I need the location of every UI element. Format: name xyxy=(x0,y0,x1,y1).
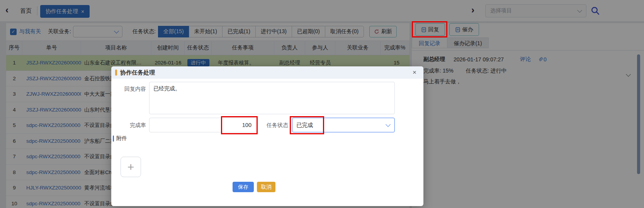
app-window: ‹ 首页 协作任务处理 × › 选择项目 ✓ 与我有关 关联业务: 任务状态: … xyxy=(0,0,644,208)
reply-content-label: 回复内容 xyxy=(115,86,146,93)
title-marker-icon xyxy=(115,69,117,76)
cancel-button[interactable]: 取消 xyxy=(257,182,275,192)
task-status-label: 任务状态 xyxy=(261,122,288,129)
completion-rate-label: 完成率 xyxy=(115,122,146,129)
attachment-section-label: 附件 xyxy=(113,135,127,142)
save-button[interactable]: 保存 xyxy=(233,182,254,192)
chevron-down-icon xyxy=(386,122,391,127)
task-process-dialog: 协作任务处理 × 回复内容 已经完成。 完成率 任务状态 已完成 附件 + 保存… xyxy=(111,66,423,206)
dialog-title: 协作任务处理 xyxy=(120,69,155,76)
section-marker-icon xyxy=(113,135,114,142)
add-attachment-button[interactable]: + xyxy=(121,157,141,177)
annotation-box-task-status xyxy=(290,116,324,134)
dialog-header: 协作任务处理 × xyxy=(111,66,423,79)
attachment-label: 附件 xyxy=(116,135,127,142)
reply-content-textarea[interactable]: 已经完成。 xyxy=(149,82,395,114)
annotation-box-completion-rate xyxy=(221,116,258,134)
annotation-box-reply-button xyxy=(412,21,447,37)
close-icon[interactable]: × xyxy=(413,69,416,76)
